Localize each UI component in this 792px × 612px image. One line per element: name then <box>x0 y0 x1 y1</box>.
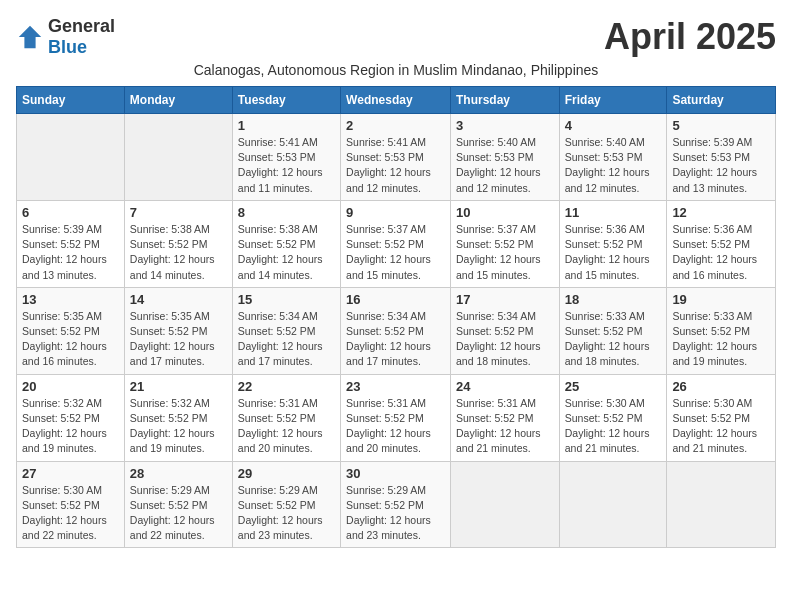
calendar-cell: 3Sunrise: 5:40 AM Sunset: 5:53 PM Daylig… <box>450 114 559 201</box>
calendar-cell: 14Sunrise: 5:35 AM Sunset: 5:52 PM Dayli… <box>124 287 232 374</box>
calendar-week-row: 13Sunrise: 5:35 AM Sunset: 5:52 PM Dayli… <box>17 287 776 374</box>
day-info: Sunrise: 5:35 AM Sunset: 5:52 PM Dayligh… <box>130 309 227 370</box>
calendar-cell: 17Sunrise: 5:34 AM Sunset: 5:52 PM Dayli… <box>450 287 559 374</box>
day-info: Sunrise: 5:30 AM Sunset: 5:52 PM Dayligh… <box>22 483 119 544</box>
calendar-cell: 24Sunrise: 5:31 AM Sunset: 5:52 PM Dayli… <box>450 374 559 461</box>
day-number: 21 <box>130 379 227 394</box>
day-number: 28 <box>130 466 227 481</box>
day-number: 4 <box>565 118 662 133</box>
day-info: Sunrise: 5:41 AM Sunset: 5:53 PM Dayligh… <box>238 135 335 196</box>
day-info: Sunrise: 5:41 AM Sunset: 5:53 PM Dayligh… <box>346 135 445 196</box>
day-info: Sunrise: 5:35 AM Sunset: 5:52 PM Dayligh… <box>22 309 119 370</box>
calendar-cell: 7Sunrise: 5:38 AM Sunset: 5:52 PM Daylig… <box>124 200 232 287</box>
day-number: 25 <box>565 379 662 394</box>
day-info: Sunrise: 5:40 AM Sunset: 5:53 PM Dayligh… <box>456 135 554 196</box>
day-number: 20 <box>22 379 119 394</box>
day-info: Sunrise: 5:33 AM Sunset: 5:52 PM Dayligh… <box>565 309 662 370</box>
calendar-cell: 4Sunrise: 5:40 AM Sunset: 5:53 PM Daylig… <box>559 114 667 201</box>
calendar-table: SundayMondayTuesdayWednesdayThursdayFrid… <box>16 86 776 548</box>
calendar-cell: 26Sunrise: 5:30 AM Sunset: 5:52 PM Dayli… <box>667 374 776 461</box>
day-info: Sunrise: 5:30 AM Sunset: 5:52 PM Dayligh… <box>565 396 662 457</box>
calendar-cell: 28Sunrise: 5:29 AM Sunset: 5:52 PM Dayli… <box>124 461 232 548</box>
calendar-header: SundayMondayTuesdayWednesdayThursdayFrid… <box>17 87 776 114</box>
logo-general: General <box>48 16 115 36</box>
calendar-cell: 20Sunrise: 5:32 AM Sunset: 5:52 PM Dayli… <box>17 374 125 461</box>
day-number: 18 <box>565 292 662 307</box>
day-number: 2 <box>346 118 445 133</box>
day-of-week-header: Friday <box>559 87 667 114</box>
day-number: 7 <box>130 205 227 220</box>
calendar-cell: 21Sunrise: 5:32 AM Sunset: 5:52 PM Dayli… <box>124 374 232 461</box>
day-info: Sunrise: 5:29 AM Sunset: 5:52 PM Dayligh… <box>238 483 335 544</box>
calendar-cell: 25Sunrise: 5:30 AM Sunset: 5:52 PM Dayli… <box>559 374 667 461</box>
day-info: Sunrise: 5:40 AM Sunset: 5:53 PM Dayligh… <box>565 135 662 196</box>
day-number: 6 <box>22 205 119 220</box>
day-number: 10 <box>456 205 554 220</box>
day-info: Sunrise: 5:31 AM Sunset: 5:52 PM Dayligh… <box>346 396 445 457</box>
day-info: Sunrise: 5:38 AM Sunset: 5:52 PM Dayligh… <box>130 222 227 283</box>
day-info: Sunrise: 5:29 AM Sunset: 5:52 PM Dayligh… <box>130 483 227 544</box>
calendar-cell: 27Sunrise: 5:30 AM Sunset: 5:52 PM Dayli… <box>17 461 125 548</box>
days-of-week-row: SundayMondayTuesdayWednesdayThursdayFrid… <box>17 87 776 114</box>
day-info: Sunrise: 5:37 AM Sunset: 5:52 PM Dayligh… <box>346 222 445 283</box>
day-number: 16 <box>346 292 445 307</box>
day-number: 17 <box>456 292 554 307</box>
calendar-cell <box>124 114 232 201</box>
calendar-cell: 18Sunrise: 5:33 AM Sunset: 5:52 PM Dayli… <box>559 287 667 374</box>
day-of-week-header: Wednesday <box>341 87 451 114</box>
day-info: Sunrise: 5:32 AM Sunset: 5:52 PM Dayligh… <box>130 396 227 457</box>
day-number: 19 <box>672 292 770 307</box>
day-of-week-header: Thursday <box>450 87 559 114</box>
day-number: 13 <box>22 292 119 307</box>
calendar-cell <box>450 461 559 548</box>
day-number: 22 <box>238 379 335 394</box>
calendar-cell: 11Sunrise: 5:36 AM Sunset: 5:52 PM Dayli… <box>559 200 667 287</box>
day-info: Sunrise: 5:32 AM Sunset: 5:52 PM Dayligh… <box>22 396 119 457</box>
calendar-cell: 22Sunrise: 5:31 AM Sunset: 5:52 PM Dayli… <box>232 374 340 461</box>
day-info: Sunrise: 5:36 AM Sunset: 5:52 PM Dayligh… <box>565 222 662 283</box>
calendar-cell: 10Sunrise: 5:37 AM Sunset: 5:52 PM Dayli… <box>450 200 559 287</box>
day-of-week-header: Monday <box>124 87 232 114</box>
calendar-week-row: 6Sunrise: 5:39 AM Sunset: 5:52 PM Daylig… <box>17 200 776 287</box>
day-of-week-header: Sunday <box>17 87 125 114</box>
day-number: 27 <box>22 466 119 481</box>
day-number: 24 <box>456 379 554 394</box>
day-info: Sunrise: 5:31 AM Sunset: 5:52 PM Dayligh… <box>456 396 554 457</box>
day-info: Sunrise: 5:38 AM Sunset: 5:52 PM Dayligh… <box>238 222 335 283</box>
day-number: 11 <box>565 205 662 220</box>
page-header: General Blue April 2025 <box>16 16 776 58</box>
day-number: 30 <box>346 466 445 481</box>
month-title: April 2025 <box>604 16 776 58</box>
day-info: Sunrise: 5:30 AM Sunset: 5:52 PM Dayligh… <box>672 396 770 457</box>
day-number: 1 <box>238 118 335 133</box>
calendar-cell: 16Sunrise: 5:34 AM Sunset: 5:52 PM Dayli… <box>341 287 451 374</box>
calendar-body: 1Sunrise: 5:41 AM Sunset: 5:53 PM Daylig… <box>17 114 776 548</box>
day-number: 5 <box>672 118 770 133</box>
day-of-week-header: Saturday <box>667 87 776 114</box>
calendar-cell: 5Sunrise: 5:39 AM Sunset: 5:53 PM Daylig… <box>667 114 776 201</box>
calendar-cell <box>559 461 667 548</box>
logo-icon <box>16 23 44 51</box>
calendar-cell: 2Sunrise: 5:41 AM Sunset: 5:53 PM Daylig… <box>341 114 451 201</box>
svg-marker-0 <box>19 26 41 48</box>
day-info: Sunrise: 5:37 AM Sunset: 5:52 PM Dayligh… <box>456 222 554 283</box>
day-number: 8 <box>238 205 335 220</box>
calendar-cell: 23Sunrise: 5:31 AM Sunset: 5:52 PM Dayli… <box>341 374 451 461</box>
day-info: Sunrise: 5:34 AM Sunset: 5:52 PM Dayligh… <box>238 309 335 370</box>
calendar-cell <box>17 114 125 201</box>
calendar-cell: 9Sunrise: 5:37 AM Sunset: 5:52 PM Daylig… <box>341 200 451 287</box>
calendar-cell: 13Sunrise: 5:35 AM Sunset: 5:52 PM Dayli… <box>17 287 125 374</box>
calendar-week-row: 27Sunrise: 5:30 AM Sunset: 5:52 PM Dayli… <box>17 461 776 548</box>
calendar-cell: 19Sunrise: 5:33 AM Sunset: 5:52 PM Dayli… <box>667 287 776 374</box>
day-info: Sunrise: 5:31 AM Sunset: 5:52 PM Dayligh… <box>238 396 335 457</box>
calendar-cell: 6Sunrise: 5:39 AM Sunset: 5:52 PM Daylig… <box>17 200 125 287</box>
calendar-week-row: 1Sunrise: 5:41 AM Sunset: 5:53 PM Daylig… <box>17 114 776 201</box>
logo-text: General Blue <box>48 16 115 58</box>
calendar-cell: 1Sunrise: 5:41 AM Sunset: 5:53 PM Daylig… <box>232 114 340 201</box>
day-number: 12 <box>672 205 770 220</box>
day-number: 23 <box>346 379 445 394</box>
calendar-cell <box>667 461 776 548</box>
day-info: Sunrise: 5:34 AM Sunset: 5:52 PM Dayligh… <box>346 309 445 370</box>
day-info: Sunrise: 5:33 AM Sunset: 5:52 PM Dayligh… <box>672 309 770 370</box>
calendar-cell: 12Sunrise: 5:36 AM Sunset: 5:52 PM Dayli… <box>667 200 776 287</box>
